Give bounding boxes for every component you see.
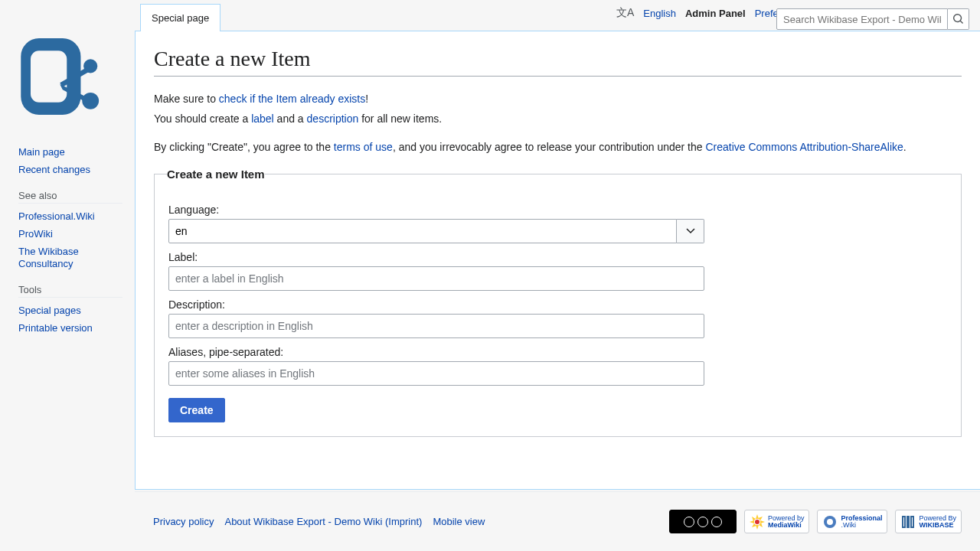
terms-end: .: [903, 141, 906, 153]
sidebar-main-page[interactable]: Main page: [18, 146, 65, 158]
tools-heading: Tools: [18, 284, 122, 298]
label-label: Label:: [168, 251, 704, 263]
sidebar-printable[interactable]: Printable version: [18, 322, 93, 334]
footer-mobile[interactable]: Mobile view: [433, 516, 485, 527]
nav-group-see-also: See also Professional.Wiki ProWiki The W…: [0, 190, 135, 274]
svg-point-4: [827, 519, 833, 525]
footer-badges: Powered byMediaWiki Professional.Wiki P: [669, 510, 962, 533]
footer-privacy[interactable]: Privacy policy: [153, 516, 214, 527]
svg-rect-6: [907, 517, 909, 527]
language-dropdown-button[interactable]: [677, 219, 704, 243]
badge-wb-text: Powered ByWIKIBASE: [919, 515, 956, 529]
search-icon: [953, 14, 964, 24]
cc-circle-icon: [684, 517, 694, 527]
content-wrap: Special page Create a new Item Make sure…: [135, 31, 980, 490]
by-circle-icon: [697, 517, 708, 527]
sidebar-special-pages[interactable]: Special pages: [18, 305, 81, 316]
pro-wiki-icon: [822, 514, 838, 530]
badge-mw-text: Powered byMediaWiki: [768, 515, 805, 529]
cc-link[interactable]: Creative Commons Attribution-ShareAlike: [705, 141, 903, 153]
sunflower-icon: [750, 514, 765, 530]
badge-pw-text: Professional.Wiki: [841, 515, 882, 529]
row-description: Description:: [168, 298, 704, 338]
footer-links: Privacy policy About Wikibase Export - D…: [153, 516, 485, 527]
logo-icon: [19, 38, 103, 115]
intro-text: Make sure to check if the Item already e…: [154, 90, 962, 155]
description-input[interactable]: [168, 314, 704, 338]
language-label: Language:: [168, 204, 704, 216]
create-button[interactable]: Create: [168, 398, 225, 422]
nav-group-main: Main page Recent changes: [0, 144, 135, 179]
row-label: Label:: [168, 251, 704, 291]
intro-prefix: Make sure to: [154, 93, 219, 105]
footer-about[interactable]: About Wikibase Export - Demo Wiki (Impri…: [224, 516, 422, 527]
aliases-input[interactable]: [168, 361, 704, 386]
sidebar-recent-changes[interactable]: Recent changes: [18, 164, 90, 175]
logo-area[interactable]: [0, 15, 122, 138]
svg-point-2: [755, 520, 760, 524]
aliases-label: Aliases, pipe-separated:: [168, 346, 704, 358]
chevron-down-icon: [686, 227, 695, 236]
label-help-link[interactable]: label: [251, 112, 274, 125]
sidebar-prowiki[interactable]: ProWiki: [18, 228, 53, 240]
should-and: and a: [274, 112, 307, 125]
badge-wikibase[interactable]: Powered ByWIKIBASE: [895, 510, 962, 533]
search-button[interactable]: [948, 8, 969, 30]
check-exists-link[interactable]: check if the Item already exists: [219, 93, 365, 105]
search-area: [776, 8, 969, 30]
badge-mediawiki[interactable]: Powered byMediaWiki: [744, 510, 810, 533]
search-input[interactable]: [776, 8, 948, 30]
svg-rect-7: [911, 517, 913, 527]
content: Create a new Item Make sure to check if …: [136, 31, 980, 452]
terms-of-use-link[interactable]: terms of use: [334, 141, 393, 153]
sidebar-professional-wiki[interactable]: Professional.Wiki: [18, 210, 95, 222]
badge-cc[interactable]: [669, 510, 737, 533]
footer: Privacy policy About Wikibase Export - D…: [135, 491, 980, 551]
tab-special-page[interactable]: Special page: [140, 4, 220, 31]
terms-prefix: By clicking "Create", you agree to the: [154, 141, 334, 153]
tab-bar: Special page: [136, 1, 980, 31]
description-help-link[interactable]: description: [307, 112, 359, 125]
terms-mid: , and you irrevocably agree to release y…: [393, 141, 706, 153]
label-input[interactable]: [168, 266, 704, 291]
create-item-fieldset: Create a new Item Language: Label: De: [154, 168, 962, 437]
row-language: Language:: [168, 204, 704, 243]
fieldset-legend: Create a new Item: [167, 168, 265, 181]
sidebar: Main page Recent changes See also Profes…: [0, 0, 135, 490]
sidebar-wikibase-consultancy[interactable]: The Wikibase Consultancy: [18, 246, 79, 270]
svg-rect-5: [903, 517, 905, 527]
badge-professional-wiki[interactable]: Professional.Wiki: [817, 510, 887, 533]
nav-group-tools: Tools Special pages Printable version: [0, 284, 135, 337]
intro-suffix: !: [365, 93, 368, 105]
description-label: Description:: [168, 298, 704, 311]
language-input[interactable]: [168, 219, 677, 243]
see-also-heading: See also: [18, 190, 122, 204]
row-aliases: Aliases, pipe-separated:: [168, 346, 704, 386]
sa-circle-icon: [711, 517, 722, 527]
page-title: Create a new Item: [154, 47, 962, 77]
wikibase-icon: [900, 514, 916, 530]
should-prefix: You should create a: [154, 112, 251, 125]
should-suffix: for all new items.: [358, 112, 442, 125]
